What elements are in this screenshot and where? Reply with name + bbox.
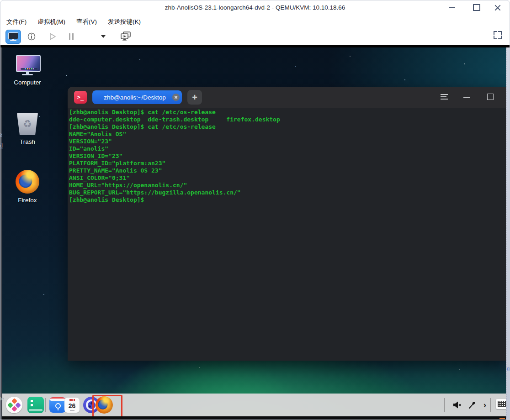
volume-muted-button[interactable] — [452, 399, 463, 410]
computer-icon — [15, 55, 40, 76]
terminal-line: ID="anolis" — [69, 145, 505, 152]
close-button[interactable] — [491, 0, 505, 15]
pen-icon — [468, 400, 477, 410]
stars-decoration — [2, 47, 3, 48]
terminal-line: PRETTY_NAME="Anolis OS 23" — [69, 167, 505, 174]
icon-label: Computer — [10, 79, 45, 86]
dock-separator — [45, 398, 46, 412]
terminal-menu-button[interactable] — [441, 94, 448, 100]
play-icon — [48, 32, 57, 41]
tray-expand-button[interactable]: › — [479, 399, 490, 410]
menu-file[interactable]: 文件(F) — [6, 18, 27, 26]
virtual-displays-button[interactable] — [119, 30, 133, 43]
terminal-line: dde-computer.desktop dde-trash.desktop f… — [69, 116, 505, 123]
annotation-highlight-box — [92, 395, 122, 418]
vm-info-button[interactable] — [26, 30, 37, 43]
new-tab-button[interactable]: + — [187, 90, 202, 105]
qemu-titlebar: zhb-AnolisOS-23.1-loongarch64-dvd-2 - QE… — [0, 0, 510, 15]
launcher-button[interactable] — [6, 397, 22, 413]
icon-label: Firefox — [10, 197, 45, 204]
pause-vm-button[interactable] — [67, 30, 76, 43]
window-title: zhb-AnolisOS-23.1-loongarch64-dvd-2 - QE… — [0, 0, 510, 15]
terminal-app-icon: >_ — [74, 91, 87, 104]
desktop-icon-firefox[interactable]: Firefox — [10, 170, 45, 204]
desktop-icon-computer[interactable]: Computer — [10, 55, 45, 86]
terminal-line: [zhb@anolis Desktop]$ cat /etc/os-releas… — [69, 123, 505, 131]
vm-display-area: s d le g Computer ♻ Trash Firefox — [0, 45, 510, 420]
run-vm-button[interactable] — [47, 30, 58, 43]
terminal-window: >_ zhb@anolis:~/Desktop + [zhb@anolis De… — [68, 87, 506, 361]
window-right-border: g — [506, 47, 510, 420]
wallpaper-bottom-strip — [2, 416, 506, 420]
terminal-line: VERSION_ID="23" — [69, 152, 505, 160]
file-manager-icon — [49, 397, 66, 401]
fullscreen-icon — [494, 31, 497, 35]
terminal-prompt: [zhb@anolis Desktop]$ — [69, 196, 505, 204]
minimize-icon — [449, 7, 455, 8]
keyboard-icon — [498, 401, 506, 407]
pause-icon — [69, 33, 70, 40]
terminal-output[interactable]: [zhb@anolis Desktop]$ cat /etc/os-releas… — [68, 108, 506, 361]
terminal-line: NAME="Anolis OS" — [69, 131, 505, 138]
terminal-minimize-button[interactable] — [463, 97, 470, 98]
close-icon — [494, 5, 501, 11]
chevron-down-icon — [101, 35, 106, 38]
menubar: 文件(F) 虚拟机(M) 查看(V) 发送按键(K) — [0, 15, 510, 28]
taskbar: 26 › — [2, 394, 506, 416]
desktop-icon-trash[interactable]: ♻ Trash — [10, 113, 45, 145]
edge-text-fragment: le — [0, 396, 4, 401]
file-manager-button[interactable] — [49, 397, 66, 413]
terminal-dock-icon — [31, 400, 33, 402]
terminal-line: HOME_URL="https://openanolis.cn/" — [69, 182, 505, 189]
maximize-icon — [473, 4, 480, 11]
terminal-tab[interactable]: zhb@anolis:~/Desktop — [92, 90, 182, 104]
edge-text-fragment: d — [0, 142, 3, 149]
firefox-icon — [16, 170, 39, 194]
edge-text-fragment: g — [507, 366, 510, 371]
tray-separator — [490, 398, 491, 412]
terminal-maximize-button[interactable] — [487, 94, 494, 100]
info-icon — [27, 32, 36, 41]
volume-muted-icon — [453, 401, 462, 409]
launcher-icon — [11, 398, 17, 404]
icon-label: Trash — [10, 138, 45, 145]
trash-icon: ♻ — [16, 113, 39, 135]
shutdown-dropdown-button[interactable] — [99, 30, 108, 43]
terminal-line: ANSI_COLOR="0;31" — [69, 174, 505, 182]
fullscreen-button[interactable] — [494, 31, 502, 39]
terminal-line: VERSION="23" — [69, 138, 505, 145]
menu-view[interactable]: 查看(V) — [76, 18, 97, 26]
onscreen-keyboard-button[interactable] — [496, 399, 506, 409]
edge-text-fragment: s — [0, 131, 2, 137]
terminal-titlebar[interactable]: >_ zhb@anolis:~/Desktop + — [68, 87, 506, 108]
maximize-button[interactable] — [470, 0, 483, 15]
screen-artifact — [499, 418, 505, 419]
tray-separator — [444, 398, 445, 412]
graphical-console-button[interactable] — [5, 30, 21, 44]
terminal-line: BUG_REPORT_URL="https://bugzilla.openano… — [69, 189, 505, 196]
guest-desktop: Computer ♻ Trash Firefox >_ zhb@anolis:~… — [2, 47, 506, 420]
recycle-glyph: ♻ — [23, 119, 32, 129]
displays-icon — [120, 31, 132, 42]
calendar-day: 26 — [64, 403, 80, 410]
monitor-icon — [8, 32, 18, 42]
tab-close-button[interactable] — [172, 94, 180, 101]
terminal-line: PLATFORM_ID="platform:an23" — [69, 160, 505, 167]
minimize-button[interactable] — [445, 0, 459, 15]
terminal-line: [zhb@anolis Desktop]$ cat /etc/os-releas… — [69, 109, 505, 116]
menu-send-key[interactable]: 发送按键(K) — [108, 18, 141, 26]
input-pen-button[interactable] — [467, 399, 478, 410]
terminal-dock-button[interactable] — [27, 397, 44, 413]
calendar-button[interactable]: 26 — [64, 398, 80, 413]
tab-title: zhb@anolis:~/Desktop — [104, 94, 166, 101]
menu-virtual-machine[interactable]: 虚拟机(M) — [37, 18, 65, 26]
toolbar — [0, 28, 510, 45]
